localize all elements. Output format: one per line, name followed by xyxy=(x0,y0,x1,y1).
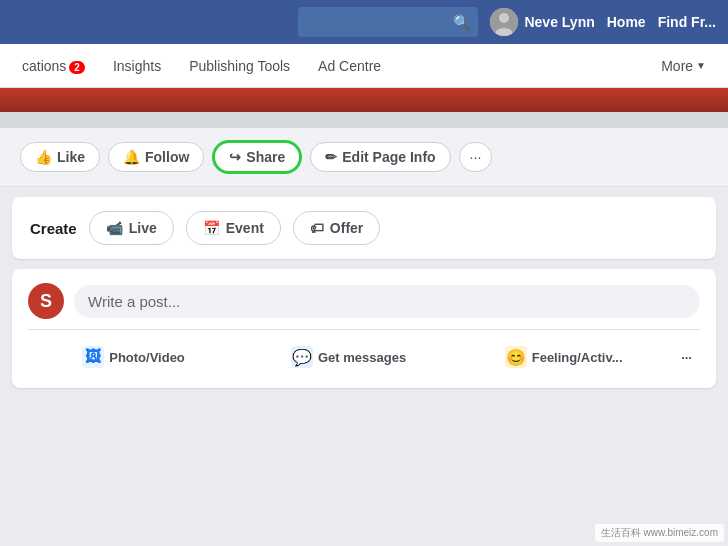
share-icon: ↪ xyxy=(229,149,241,165)
photo-icon: 🖼 xyxy=(82,346,104,368)
page-tabs: cations2 Insights Publishing Tools Ad Ce… xyxy=(0,44,728,88)
ellipsis-icon: ··· xyxy=(470,149,482,165)
like-button[interactable]: 👍 Like xyxy=(20,142,100,172)
avatar xyxy=(490,8,518,36)
watermark: 生活百科 www.bimeiz.com xyxy=(595,524,724,542)
camera-icon: 📹 xyxy=(106,220,123,236)
tab-more[interactable]: More ▼ xyxy=(647,46,720,86)
tab-insights[interactable]: Insights xyxy=(99,46,175,86)
share-button[interactable]: ↪ Share xyxy=(212,140,302,174)
tag-icon: 🏷 xyxy=(310,220,324,236)
messenger-icon: 💬 xyxy=(291,346,313,368)
post-input-row: S Write a post... xyxy=(28,283,700,330)
photo-video-button[interactable]: 🖼 Photo/Video xyxy=(28,340,239,374)
search-box[interactable]: 🔍 xyxy=(298,7,478,37)
post-actions-row: 🖼 Photo/Video 💬 Get messages 😊 Feeling/A… xyxy=(28,340,700,374)
post-box: S Write a post... 🖼 Photo/Video 💬 Get me… xyxy=(12,269,716,388)
calendar-icon: 📅 xyxy=(203,220,220,236)
cover-photo xyxy=(0,88,728,128)
post-avatar: S xyxy=(28,283,64,319)
tab-publishing-tools[interactable]: Publishing Tools xyxy=(175,46,304,86)
pencil-icon: ✏ xyxy=(325,149,337,165)
more-options-button[interactable]: ··· xyxy=(459,142,493,172)
top-navbar: 🔍 Neve Lynn Home Find Fr... xyxy=(0,0,728,44)
post-ellipsis-icon: ··· xyxy=(681,350,692,365)
search-icon: 🔍 xyxy=(453,14,470,30)
find-friends-link[interactable]: Find Fr... xyxy=(658,14,716,30)
create-label: Create xyxy=(30,220,77,237)
post-more-button[interactable]: ··· xyxy=(673,344,700,371)
live-button[interactable]: 📹 Live xyxy=(89,211,174,245)
feeling-activity-button[interactable]: 😊 Feeling/Activ... xyxy=(458,340,669,374)
notifications-badge: 2 xyxy=(69,61,85,74)
chevron-down-icon: ▼ xyxy=(696,60,706,71)
edit-page-info-button[interactable]: ✏ Edit Page Info xyxy=(310,142,450,172)
nav-user[interactable]: Neve Lynn xyxy=(490,8,594,36)
follow-button[interactable]: 🔔 Follow xyxy=(108,142,204,172)
follow-icon: 🔔 xyxy=(123,149,140,165)
event-button[interactable]: 📅 Event xyxy=(186,211,281,245)
action-bar: 👍 Like 🔔 Follow ↪ Share ✏ Edit Page Info… xyxy=(0,128,728,187)
svg-point-1 xyxy=(499,13,509,23)
thumb-icon: 👍 xyxy=(35,149,52,165)
create-section: Create 📹 Live 📅 Event 🏷 Offer xyxy=(12,197,716,259)
offer-button[interactable]: 🏷 Offer xyxy=(293,211,380,245)
home-link[interactable]: Home xyxy=(607,14,646,30)
feeling-icon: 😊 xyxy=(505,346,527,368)
tab-notifications[interactable]: cations2 xyxy=(8,46,99,86)
write-post-input[interactable]: Write a post... xyxy=(74,285,700,318)
get-messages-button[interactable]: 💬 Get messages xyxy=(243,340,454,374)
tab-ad-centre[interactable]: Ad Centre xyxy=(304,46,395,86)
user-name[interactable]: Neve Lynn xyxy=(524,14,594,30)
